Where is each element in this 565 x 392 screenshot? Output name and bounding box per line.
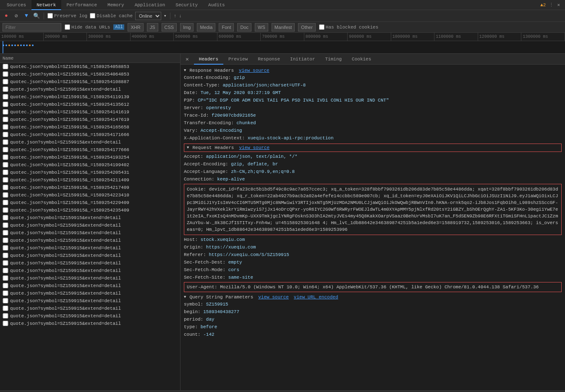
- item-checkbox[interactable]: [3, 290, 8, 296]
- tab-timing[interactable]: Timing: [320, 54, 347, 65]
- item-checkbox[interactable]: [3, 79, 8, 84]
- tab-application[interactable]: Application: [130, 0, 171, 10]
- manifest-filter[interactable]: Manifest: [272, 23, 295, 31]
- list-item[interactable]: quotec.json?symbol=SZ159915&_=1589254165…: [0, 123, 180, 131]
- list-item[interactable]: quotec.json?symbol=SZ159915&_=1589254235…: [0, 206, 180, 214]
- hide-data-urls-label[interactable]: Hide data URLs: [65, 24, 110, 30]
- list-item[interactable]: quotec.json?symbol=SZ159915&_=1589254223…: [0, 191, 180, 199]
- item-checkbox[interactable]: [3, 313, 8, 319]
- download-icon[interactable]: ↓: [179, 13, 182, 18]
- preserve-log-checkbox[interactable]: [47, 13, 53, 18]
- item-checkbox[interactable]: [3, 185, 8, 190]
- item-checkbox[interactable]: [3, 147, 8, 152]
- doc-filter[interactable]: Doc: [237, 23, 251, 31]
- font-filter[interactable]: Font: [219, 23, 234, 31]
- list-item[interactable]: quotec.json?symbol=SZ159915&_=1589254064…: [0, 71, 180, 78]
- tab-memory[interactable]: Memory: [102, 0, 130, 10]
- list-item[interactable]: quote.json?symbol=SZ159915&extend=detail: [0, 139, 180, 146]
- query-params-section[interactable]: ▼ Query String Parameters view source vi…: [184, 293, 562, 301]
- list-item[interactable]: quotec.json?symbol=SZ159915&_=1589254177…: [0, 146, 180, 154]
- item-checkbox[interactable]: [3, 245, 8, 251]
- tab-security[interactable]: Security: [170, 0, 203, 10]
- tab-cookies[interactable]: Cookies: [347, 54, 376, 65]
- item-checkbox[interactable]: [3, 132, 8, 137]
- item-checkbox[interactable]: [3, 124, 8, 130]
- item-checkbox[interactable]: [3, 306, 8, 311]
- clear-button[interactable]: ⊘: [13, 12, 20, 20]
- tab-initiator[interactable]: Initiator: [285, 54, 320, 65]
- img-filter[interactable]: Img: [180, 23, 194, 31]
- filter-button[interactable]: ▼: [23, 12, 30, 20]
- list-item[interactable]: quote.json?symbol=SZ159915&extend=detail: [0, 244, 180, 252]
- list-item[interactable]: quote.json?symbol=SZ159915&extend=detail: [0, 305, 180, 312]
- list-item[interactable]: quote.json?symbol=SZ159915&extend=detail: [0, 274, 180, 282]
- list-item[interactable]: quotec.json?symbol=SZ159915&_=1589254141…: [0, 108, 180, 116]
- item-checkbox[interactable]: [3, 117, 8, 122]
- item-checkbox[interactable]: [3, 192, 8, 198]
- throttle-select[interactable]: Online: [135, 12, 161, 20]
- upload-icon[interactable]: ↑: [174, 13, 177, 18]
- xhr-filter[interactable]: XHR: [128, 23, 143, 31]
- ws-filter[interactable]: WS: [255, 23, 268, 31]
- item-checkbox[interactable]: [3, 109, 8, 115]
- response-headers-view-source[interactable]: view source: [239, 68, 269, 73]
- list-item[interactable]: quote.json?symbol=SZ159915&extend=detail: [0, 222, 180, 229]
- request-list-body[interactable]: quotec.json?symbol=SZ159915&_=1589254058…: [0, 63, 180, 390]
- disable-cache-label[interactable]: Disable cache: [90, 13, 133, 18]
- item-checkbox[interactable]: [3, 86, 8, 92]
- item-checkbox[interactable]: [3, 170, 8, 175]
- item-checkbox[interactable]: [3, 222, 8, 228]
- record-button[interactable]: ●: [3, 12, 10, 20]
- list-item[interactable]: quote.json?symbol=SZ159915&extend=detail: [0, 259, 180, 267]
- item-checkbox[interactable]: [3, 177, 8, 183]
- list-item[interactable]: quote.json?symbol=SZ159915&extend=detail: [0, 229, 180, 237]
- hide-data-urls-checkbox[interactable]: [65, 24, 70, 30]
- query-params-view-source[interactable]: view source: [258, 295, 289, 300]
- list-item[interactable]: quotec.json?symbol=SZ159915&_=1589254119…: [0, 93, 180, 101]
- response-headers-section[interactable]: ▼ Response Headers view source: [184, 66, 562, 74]
- list-item[interactable]: quotec.json?symbol=SZ159915&_=1589254171…: [0, 131, 180, 139]
- item-checkbox[interactable]: [3, 283, 8, 288]
- list-item[interactable]: quote.json?symbol=SZ159915&extend=detail: [0, 320, 180, 327]
- has-blocked-cookies-checkbox[interactable]: [319, 24, 324, 30]
- request-headers-section[interactable]: ▼ Request Headers view source: [184, 144, 562, 152]
- item-checkbox[interactable]: [3, 230, 8, 235]
- tab-performance[interactable]: Performance: [61, 0, 102, 10]
- preserve-log-label[interactable]: Preserve log: [47, 13, 87, 18]
- item-checkbox[interactable]: [3, 238, 8, 243]
- list-item[interactable]: quotec.json?symbol=SZ159915&_=1589254108…: [0, 78, 180, 86]
- js-filter[interactable]: JS: [147, 23, 158, 31]
- list-item[interactable]: quotec.json?symbol=SZ159915&_=1589254147…: [0, 116, 180, 123]
- list-item[interactable]: quotec.json?symbol=SZ159915&_=1589254135…: [0, 101, 180, 108]
- list-item[interactable]: quotec.json?symbol=SZ159915&_=1589254205…: [0, 169, 180, 176]
- item-checkbox[interactable]: [3, 260, 8, 266]
- query-params-view-url-encoded[interactable]: view URL encoded: [294, 295, 338, 300]
- item-checkbox[interactable]: [3, 162, 8, 167]
- list-item[interactable]: quote.json?symbol=SZ159915&extend=detail: [0, 252, 180, 259]
- list-item[interactable]: quotec.json?symbol=SZ159915&_=1589254199…: [0, 161, 180, 169]
- list-item[interactable]: quote.json?symbol=SZ159915&extend=detail: [0, 86, 180, 93]
- item-checkbox[interactable]: [3, 253, 8, 258]
- media-filter[interactable]: Media: [197, 23, 215, 31]
- item-checkbox[interactable]: [3, 200, 8, 205]
- item-checkbox[interactable]: [3, 154, 8, 160]
- search-button[interactable]: 🔍: [33, 12, 40, 20]
- close-icon[interactable]: ✕: [557, 2, 560, 8]
- item-checkbox[interactable]: [3, 215, 8, 220]
- item-checkbox[interactable]: [3, 94, 8, 99]
- tab-response[interactable]: Response: [253, 54, 285, 65]
- item-checkbox[interactable]: [3, 275, 8, 281]
- item-checkbox[interactable]: [3, 207, 8, 213]
- list-item[interactable]: quotec.json?symbol=SZ159915&_=1589254193…: [0, 154, 180, 161]
- item-checkbox[interactable]: [3, 71, 8, 77]
- item-checkbox[interactable]: [3, 102, 8, 107]
- other-filter[interactable]: Other: [298, 23, 316, 31]
- request-headers-view-source[interactable]: view source: [239, 145, 269, 150]
- list-item[interactable]: quote.json?symbol=SZ159915&extend=detail: [0, 312, 180, 320]
- list-item[interactable]: quotec.json?symbol=SZ159915&_=1589254217…: [0, 184, 180, 191]
- list-item[interactable]: quotec.json?symbol=SZ159915&_=1589254211…: [0, 176, 180, 184]
- list-item[interactable]: quote.json?symbol=SZ159915&extend=detail: [0, 297, 180, 305]
- item-checkbox[interactable]: [3, 268, 8, 273]
- list-item[interactable]: quote.json?symbol=SZ159915&extend=detail: [0, 214, 180, 222]
- css-filter[interactable]: CSS: [162, 23, 177, 31]
